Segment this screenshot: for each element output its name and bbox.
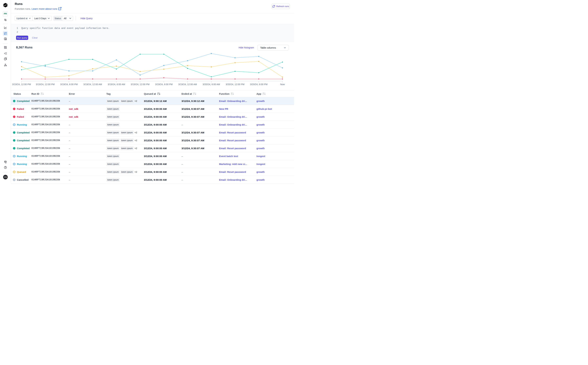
svg-text:3/19/24, 12:00 PM: 3/19/24, 12:00 PM <box>12 83 31 86</box>
svg-text:Now: Now <box>280 83 285 86</box>
svg-text:3/19/24, 12:00 PM: 3/19/24, 12:00 PM <box>131 83 149 86</box>
svg-text:3/20/24, 12:00 PM: 3/20/24, 12:00 PM <box>226 83 244 86</box>
svg-text:3/19/24, 6:00 PM: 3/19/24, 6:00 PM <box>155 83 173 86</box>
svg-text:3/19/24, 6:00 AM: 3/19/24, 6:00 AM <box>108 83 125 86</box>
svg-text:3/19/24, 12:00 AM: 3/19/24, 12:00 AM <box>83 83 102 86</box>
svg-text:3/20/24, 6:00 AM: 3/20/24, 6:00 AM <box>203 83 220 86</box>
svg-text:3/19/24, 12:00 AM: 3/19/24, 12:00 AM <box>178 83 197 86</box>
svg-text:3/19/24, 12:00 PM: 3/19/24, 12:00 PM <box>36 83 55 86</box>
svg-text:3/19/24, 6:00 PM: 3/19/24, 6:00 PM <box>60 83 78 86</box>
svg-text:3/20/24, 6:00 PM: 3/20/24, 6:00 PM <box>250 83 268 86</box>
